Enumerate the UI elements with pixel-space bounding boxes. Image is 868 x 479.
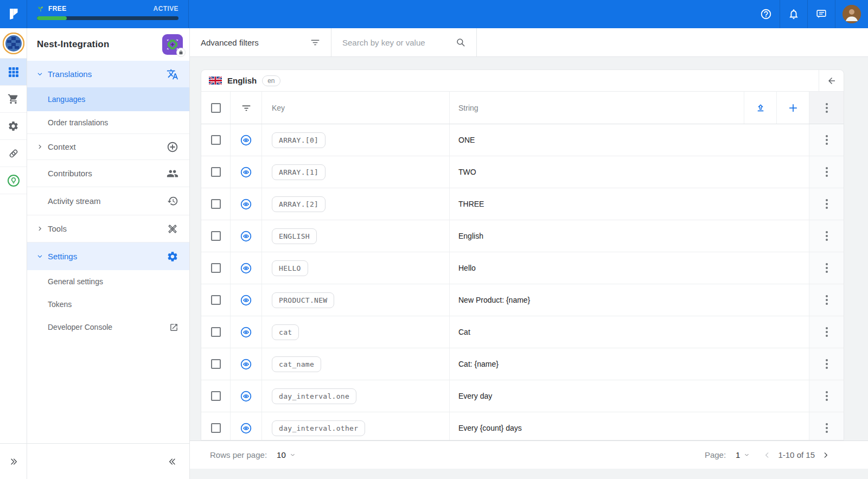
preview-term-button[interactable] bbox=[231, 380, 262, 412]
rows-per-page-caret[interactable] bbox=[290, 452, 296, 458]
term-key[interactable]: ARRAY.[0] bbox=[272, 132, 326, 148]
sidebar-item-general-settings[interactable]: General settings bbox=[27, 270, 189, 293]
table-row: HELLO Hello bbox=[201, 252, 844, 284]
preview-term-button[interactable] bbox=[231, 348, 262, 380]
preview-term-button[interactable] bbox=[231, 412, 262, 440]
row-checkbox[interactable] bbox=[211, 327, 221, 337]
advanced-filters-button[interactable]: Advanced filters bbox=[190, 28, 331, 56]
term-value[interactable]: Cat bbox=[458, 328, 470, 336]
search-icon[interactable] bbox=[456, 37, 465, 47]
column-filter-button[interactable] bbox=[231, 92, 262, 124]
rail-item-settings[interactable] bbox=[0, 113, 27, 140]
term-key[interactable]: ENGLISH bbox=[272, 228, 317, 244]
sidebar-item-contributors[interactable]: Contributors bbox=[27, 160, 189, 187]
collapse-sidebar-button[interactable] bbox=[27, 443, 189, 479]
feedback-button[interactable] bbox=[808, 0, 835, 28]
term-key[interactable]: ARRAY.[2] bbox=[272, 196, 326, 212]
sidebar-item-settings[interactable]: Settings bbox=[27, 242, 189, 270]
row-menu-button[interactable] bbox=[809, 188, 844, 220]
term-value[interactable]: Cat: {name} bbox=[458, 360, 499, 368]
row-menu-button[interactable] bbox=[809, 412, 844, 440]
term-key[interactable]: cat_name bbox=[272, 356, 321, 372]
sidebar-item-tokens[interactable]: Tokens bbox=[27, 293, 189, 316]
term-key[interactable]: cat bbox=[272, 324, 299, 340]
term-value[interactable]: English bbox=[458, 232, 483, 240]
table-row: ARRAY.[0] ONE bbox=[201, 124, 844, 156]
sidebar-item-activity-stream[interactable]: Activity stream bbox=[27, 187, 189, 215]
term-key[interactable]: day_interval.one bbox=[272, 388, 356, 404]
row-checkbox[interactable] bbox=[211, 359, 221, 369]
sidebar-item-developer-console[interactable]: Developer Console bbox=[27, 316, 189, 339]
term-key[interactable]: PRODUCT.NEW bbox=[272, 292, 334, 308]
term-value[interactable]: Hello bbox=[458, 264, 476, 272]
row-checkbox[interactable] bbox=[211, 295, 221, 305]
preview-term-button[interactable] bbox=[231, 252, 262, 284]
term-value[interactable]: THREE bbox=[458, 200, 484, 208]
preview-term-button[interactable] bbox=[231, 124, 262, 156]
help-button[interactable] bbox=[752, 0, 780, 28]
expand-rail-button[interactable] bbox=[0, 443, 27, 479]
term-key[interactable]: HELLO bbox=[272, 260, 308, 276]
add-circle-icon[interactable] bbox=[167, 141, 178, 153]
back-button[interactable] bbox=[819, 70, 844, 91]
next-page-button[interactable] bbox=[819, 451, 832, 459]
column-header-string[interactable]: String bbox=[450, 92, 744, 124]
term-key[interactable]: ARRAY.[1] bbox=[272, 164, 326, 180]
row-checkbox[interactable] bbox=[211, 263, 221, 273]
rows-per-page-value[interactable]: 10 bbox=[277, 450, 286, 459]
row-checkbox[interactable] bbox=[211, 231, 221, 241]
kebab-icon bbox=[826, 167, 828, 177]
search-input[interactable] bbox=[342, 38, 448, 47]
term-value[interactable]: Every day bbox=[458, 392, 492, 400]
select-all-checkbox[interactable] bbox=[211, 103, 221, 113]
term-value[interactable]: Every {count} days bbox=[458, 424, 522, 432]
integration-app-icon[interactable] bbox=[162, 34, 183, 55]
term-value[interactable]: TWO bbox=[458, 168, 476, 176]
row-checkbox[interactable] bbox=[211, 423, 221, 433]
user-menu[interactable] bbox=[835, 0, 868, 28]
column-header-key[interactable]: Key bbox=[262, 92, 450, 124]
page-value[interactable]: 1 bbox=[736, 450, 740, 459]
import-button[interactable] bbox=[744, 92, 776, 124]
row-checkbox[interactable] bbox=[211, 391, 221, 401]
sidebar-item-translations[interactable]: Translations bbox=[27, 61, 189, 87]
sidebar-item-label: Languages bbox=[48, 95, 85, 104]
term-value[interactable]: New Product: {name} bbox=[458, 296, 530, 304]
plan-widget[interactable]: FREE ACTIVE bbox=[27, 0, 189, 28]
term-value[interactable]: ONE bbox=[458, 136, 475, 144]
preview-term-button[interactable] bbox=[231, 284, 262, 316]
workspace-logo[interactable] bbox=[0, 28, 27, 59]
row-menu-button[interactable] bbox=[809, 220, 844, 252]
rail-item-dashboard[interactable] bbox=[0, 59, 27, 86]
table-menu-button[interactable] bbox=[809, 92, 844, 124]
row-menu-button[interactable] bbox=[809, 380, 844, 412]
preview-term-button[interactable] bbox=[231, 316, 262, 348]
row-menu-button[interactable] bbox=[809, 124, 844, 156]
app-logo[interactable] bbox=[0, 0, 27, 28]
row-menu-button[interactable] bbox=[809, 284, 844, 316]
notifications-button[interactable] bbox=[780, 0, 808, 28]
row-menu-button[interactable] bbox=[809, 348, 844, 380]
row-menu-button[interactable] bbox=[809, 252, 844, 284]
page-caret[interactable] bbox=[744, 452, 750, 458]
row-checkbox[interactable] bbox=[211, 167, 221, 177]
preview-term-button[interactable] bbox=[231, 220, 262, 252]
rail-item-ideas[interactable] bbox=[0, 167, 27, 194]
row-menu-button[interactable] bbox=[809, 316, 844, 348]
sidebar-item-context[interactable]: Context bbox=[27, 134, 189, 160]
rail-item-partners[interactable] bbox=[0, 140, 27, 167]
sidebar-item-languages[interactable]: Languages bbox=[27, 87, 189, 111]
sidebar-item-order-translations[interactable]: Order translations bbox=[27, 111, 189, 134]
row-checkbox[interactable] bbox=[211, 135, 221, 145]
sidebar-item-tools[interactable]: Tools bbox=[27, 215, 189, 242]
content-area: English en Key bbox=[190, 57, 868, 479]
row-menu-button[interactable] bbox=[809, 156, 844, 188]
add-term-button[interactable] bbox=[776, 92, 809, 124]
previous-page-button[interactable] bbox=[761, 451, 774, 459]
row-checkbox[interactable] bbox=[211, 199, 221, 209]
preview-term-button[interactable] bbox=[231, 156, 262, 188]
app-logo-icon bbox=[5, 5, 22, 23]
rail-item-store[interactable] bbox=[0, 86, 27, 113]
preview-term-button[interactable] bbox=[231, 188, 262, 220]
term-key[interactable]: day_interval.other bbox=[272, 420, 365, 436]
